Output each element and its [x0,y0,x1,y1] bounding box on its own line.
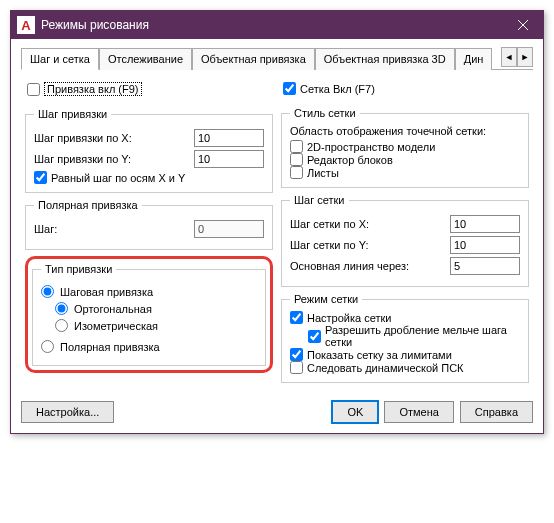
frac-label: Разрешить дробление мельче шага сетки [325,324,520,348]
polar-step-label: Шаг: [34,223,190,235]
adapt-label: Настройка сетки [307,312,391,324]
snap-step-legend: Шаг привязки [34,108,111,120]
polar-snap-group: Полярная привязка Шаг: [25,199,273,250]
tab-osnap-3d[interactable]: Объектная привязка 3D [315,48,455,70]
help-button[interactable]: Справка [460,401,533,423]
snap-on-label: Привязка вкл (F9) [44,82,142,96]
snap-x-input[interactable] [194,129,264,147]
grid-mode-group: Режим сетки Настройка сетки Разрешить др… [281,293,529,383]
block-ed-checkbox[interactable]: Редактор блоков [290,153,520,166]
main-line-label: Основная линия через: [290,260,446,272]
close-button[interactable] [503,11,543,39]
equal-step-label: Равный шаг по осям X и Y [51,172,185,184]
tab-osnap[interactable]: Объектная привязка [192,48,315,70]
tab-snap-grid[interactable]: Шаг и сетка [21,48,99,70]
snap-type-legend: Тип привязки [41,263,116,275]
grid-mode-legend: Режим сетки [290,293,362,305]
block-ed-label: Редактор блоков [307,154,393,166]
polar-snap-label: Полярная привязка [60,341,160,353]
drawing-modes-dialog: A Режимы рисования Шаг и сетка Отслежива… [10,10,544,434]
cancel-button[interactable]: Отмена [384,401,453,423]
dialog-title: Режимы рисования [41,18,503,32]
tab-tracking[interactable]: Отслеживание [99,48,192,70]
ucs-checkbox[interactable]: Следовать динамической ПСК [290,361,520,374]
grid-step-group: Шаг сетки Шаг сетки по X: Шаг сетки по Y… [281,194,529,287]
tab-strip: Шаг и сетка Отслеживание Объектная привя… [21,47,533,70]
adapt-checkbox[interactable]: Настройка сетки [290,311,520,324]
grid-style-group: Стиль сетки Область отображения точечной… [281,107,529,188]
snap-step-group: Шаг привязки Шаг привязки по X: Шаг прив… [25,108,273,193]
titlebar[interactable]: A Режимы рисования [11,11,543,39]
grid-y-label: Шаг сетки по Y: [290,239,446,251]
tab-scroll-left[interactable]: ◄ [501,47,517,67]
tab-scroll-right[interactable]: ► [517,47,533,67]
grid-style-legend: Стиль сетки [290,107,360,119]
snap-on-checkbox[interactable]: Привязка вкл (F9) [27,82,273,96]
snap-x-label: Шаг привязки по X: [34,132,190,144]
ortho-label: Ортогональная [74,303,152,315]
polar-snap-legend: Полярная привязка [34,199,142,211]
grid-x-label: Шаг сетки по X: [290,218,446,230]
grid-step-legend: Шаг сетки [290,194,349,206]
iso-label: Изометрическая [74,320,158,332]
ortho-radio[interactable]: Ортогональная [55,302,257,315]
step-snap-label: Шаговая привязка [60,286,153,298]
grid-on-label: Сетка Вкл (F7) [300,83,375,95]
grid-on-checkbox[interactable]: Сетка Вкл (F7) [283,82,529,95]
equal-step-checkbox[interactable]: Равный шаг по осям X и Y [34,171,264,184]
main-line-input[interactable] [450,257,520,275]
tab-dyn[interactable]: Дин [455,48,493,70]
sheets-checkbox[interactable]: Листы [290,166,520,179]
grid-style-desc: Область отображения точечной сетки: [290,125,520,137]
polar-step-input[interactable] [194,220,264,238]
polar-snap-radio[interactable]: Полярная привязка [41,340,257,353]
ucs-label: Следовать динамической ПСК [307,362,464,374]
limits-checkbox[interactable]: Показать сетку за лимитами [290,348,520,361]
highlight-box: Тип привязки Шаговая привязка Ортогональ… [25,256,273,373]
snap-type-group: Тип привязки Шаговая привязка Ортогональ… [32,263,266,366]
space2d-checkbox[interactable]: 2D-пространство модели [290,140,520,153]
space2d-label: 2D-пространство модели [307,141,435,153]
iso-radio[interactable]: Изометрическая [55,319,257,332]
settings-button[interactable]: Настройка... [21,401,114,423]
ok-button[interactable]: OK [332,401,378,423]
snap-y-label: Шаг привязки по Y: [34,153,190,165]
snap-y-input[interactable] [194,150,264,168]
grid-y-input[interactable] [450,236,520,254]
sheets-label: Листы [307,167,339,179]
step-snap-radio[interactable]: Шаговая привязка [41,285,257,298]
grid-x-input[interactable] [450,215,520,233]
limits-label: Показать сетку за лимитами [307,349,452,361]
frac-checkbox[interactable]: Разрешить дробление мельче шага сетки [308,324,520,348]
app-logo-icon: A [17,16,35,34]
